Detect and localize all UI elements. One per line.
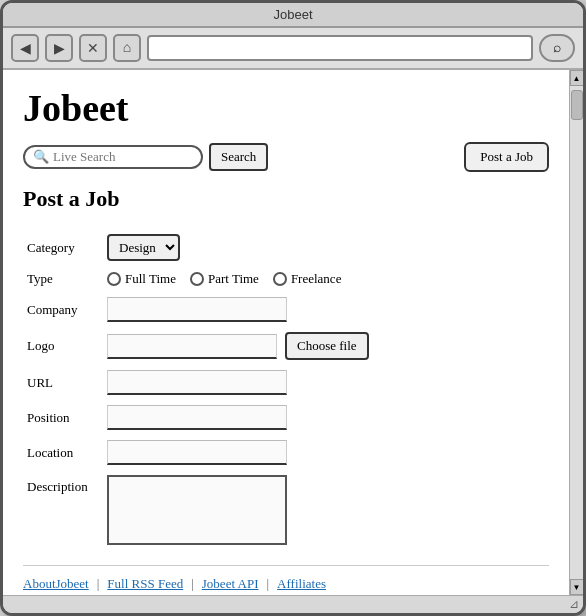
scrollbar[interactable]: ▲ ▼ [569,70,583,595]
location-row: Location [23,438,549,467]
category-select[interactable]: Design [107,234,180,261]
description-field-cell [103,473,549,551]
position-field-cell [103,403,549,432]
url-label: URL [23,368,103,397]
location-input[interactable] [107,440,287,465]
browser-statusbar: ⊿ [3,595,583,613]
description-row: Description [23,473,549,551]
parttime-label: Part Time [208,271,259,287]
position-label: Position [23,403,103,432]
footer-links: AboutJobeet | Full RSS Feed | Jobeet API… [23,565,549,595]
scrollbar-up-arrow[interactable]: ▲ [570,70,584,86]
footer-sep-1: | [97,576,100,592]
footer-link-api[interactable]: Jobeet API [202,576,259,592]
scrollbar-thumb[interactable] [571,90,583,120]
browser-search-icon: ⌕ [553,40,561,56]
company-label: Company [23,295,103,324]
address-bar[interactable] [147,35,533,61]
type-freelance-option[interactable]: Freelance [273,271,342,287]
type-parttime-option[interactable]: Part Time [190,271,259,287]
fulltime-radio[interactable] [107,272,121,286]
description-textarea[interactable] [107,475,287,545]
search-input-wrap: 🔍 [23,145,203,169]
footer-link-rss[interactable]: Full RSS Feed [107,576,183,592]
url-field-cell [103,368,549,397]
footer-sep-2: | [191,576,194,592]
post-job-form: Category Design Type Full Time [23,226,549,557]
back-icon: ◀ [20,40,31,57]
browser-toolbar: ◀ ▶ ✕ ⌂ ⌕ [3,28,583,70]
search-icon: 🔍 [33,149,49,165]
category-field-cell: Design [103,232,549,263]
type-radio-group: Full Time Part Time Freelance [107,271,545,287]
browser-titlebar: Jobeet [3,3,583,28]
freelance-radio[interactable] [273,272,287,286]
parttime-radio[interactable] [190,272,204,286]
logo-row: Logo Choose file [23,330,549,362]
search-button[interactable]: Search [209,143,268,171]
logo-field-cell: Choose file [103,330,549,362]
url-row: URL [23,368,549,397]
search-input[interactable] [53,149,183,165]
description-label: Description [23,473,103,551]
location-label: Location [23,438,103,467]
close-icon: ✕ [87,40,99,57]
category-row: Category Design [23,232,549,263]
forward-icon: ▶ [54,40,65,57]
close-button[interactable]: ✕ [79,34,107,62]
browser-title: Jobeet [273,7,312,22]
location-field-cell [103,438,549,467]
type-fulltime-option[interactable]: Full Time [107,271,176,287]
type-field-cell: Full Time Part Time Freelance [103,269,549,289]
logo-upload-row: Choose file [107,332,545,360]
back-button[interactable]: ◀ [11,34,39,62]
company-input[interactable] [107,297,287,322]
page-area: Jobeet 🔍 Search Post a Job Post a Job Ca… [3,70,569,595]
fulltime-label: Full Time [125,271,176,287]
site-title: Jobeet [23,86,549,130]
status-icon: ⊿ [569,597,579,612]
post-job-button[interactable]: Post a Job [464,142,549,172]
category-label: Category [23,232,103,263]
logo-input[interactable] [107,334,277,359]
browser-window: Jobeet ◀ ▶ ✕ ⌂ ⌕ Jobeet 🔍 [0,0,586,616]
footer-sep-3: | [267,576,270,592]
scrollbar-down-arrow[interactable]: ▼ [570,579,584,595]
position-input[interactable] [107,405,287,430]
browser-content: Jobeet 🔍 Search Post a Job Post a Job Ca… [3,70,583,595]
page-heading: Post a Job [23,186,549,212]
url-input[interactable] [107,370,287,395]
browser-search-button[interactable]: ⌕ [539,34,575,62]
freelance-label: Freelance [291,271,342,287]
footer-link-about[interactable]: AboutJobeet [23,576,89,592]
company-row: Company [23,295,549,324]
logo-label: Logo [23,330,103,362]
type-row: Type Full Time Part Time [23,269,549,289]
home-icon: ⌂ [123,40,131,56]
choose-file-button[interactable]: Choose file [285,332,369,360]
type-label: Type [23,269,103,289]
position-row: Position [23,403,549,432]
forward-button[interactable]: ▶ [45,34,73,62]
search-area: 🔍 Search [23,143,268,171]
home-button[interactable]: ⌂ [113,34,141,62]
company-field-cell [103,295,549,324]
footer-link-affiliates[interactable]: Affiliates [277,576,326,592]
nav-bar: 🔍 Search Post a Job [23,142,549,172]
